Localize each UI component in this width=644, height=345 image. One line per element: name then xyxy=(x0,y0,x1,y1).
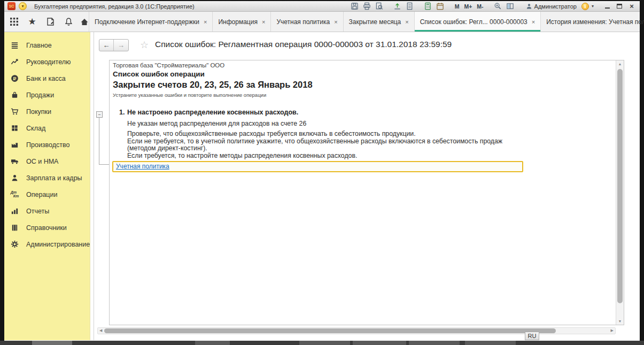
user-name: Администратор xyxy=(534,3,577,10)
sidebar-item-sales[interactable]: Продажи xyxy=(4,87,90,103)
vertical-scrollbar[interactable]: ▲ ▼ xyxy=(616,60,624,325)
window-title: Бухгалтерия предприятия, редакция 3.0 (1… xyxy=(34,3,195,10)
sidebar-item-production[interactable]: Производство xyxy=(4,136,90,153)
file-button[interactable] xyxy=(405,2,415,11)
sidebar-item-label: Отчеты xyxy=(26,208,49,215)
sidebar-item-warehouse[interactable]: Склад xyxy=(4,120,90,136)
favorites-button[interactable]: ★ xyxy=(27,17,37,27)
star-icon: ★ xyxy=(28,16,36,27)
truck-icon xyxy=(10,157,19,166)
sidebar-item-bank-cash[interactable]: P Банк и касса xyxy=(4,70,90,87)
history-nav: ← → xyxy=(99,39,129,51)
chevron-down-icon[interactable]: ▾ xyxy=(592,4,594,9)
report-heading: Список ошибок операции xyxy=(113,70,616,78)
tab-label: Закрытие месяца xyxy=(349,18,401,26)
print-preview-button[interactable] xyxy=(375,2,384,11)
sidebar-item-fixed-assets[interactable]: ОС и НМА xyxy=(4,153,90,170)
language-indicator: RU xyxy=(525,332,539,340)
tab-change-history[interactable]: История изменения: Учетная поли... × xyxy=(541,12,644,32)
collapse-group-toggle[interactable]: − xyxy=(96,111,103,118)
print-button[interactable] xyxy=(362,2,372,11)
error-title-text: Не настроено распределение косвенных рас… xyxy=(127,109,298,116)
ruble-icon: P xyxy=(10,74,19,83)
back-button[interactable]: ← xyxy=(99,40,114,51)
calendar-button[interactable] xyxy=(436,2,445,11)
tab-month-closing[interactable]: Закрытие месяца × xyxy=(344,12,415,32)
group-tree-line xyxy=(99,118,99,164)
sidebar-item-label: Главное xyxy=(26,42,52,49)
close-icon[interactable]: × xyxy=(262,19,265,25)
horizontal-scroll-thumb[interactable] xyxy=(104,328,556,333)
close-icon[interactable]: × xyxy=(334,19,337,25)
tab-error-list[interactable]: Список ошибок: Регл... 0000-000003 × xyxy=(415,12,541,32)
close-button[interactable]: × xyxy=(627,2,637,10)
close-icon: × xyxy=(630,3,634,10)
user-menu[interactable]: Администратор xyxy=(526,3,577,10)
close-icon[interactable]: × xyxy=(405,19,408,25)
close-icon[interactable]: × xyxy=(204,19,207,25)
tab-information[interactable]: Информация × xyxy=(213,12,271,32)
notifications-button[interactable] xyxy=(63,17,74,27)
gear-icon xyxy=(10,240,19,249)
favorite-star-icon[interactable]: ☆ xyxy=(140,39,149,51)
titlebar: 1С ▾ Бухгалтерия предприятия, редакция 3… xyxy=(4,1,640,12)
person-icon xyxy=(10,173,19,182)
cart-icon xyxy=(10,107,19,116)
sidebar-item-operations[interactable]: ДтКт Операции xyxy=(4,186,90,203)
sidebar-item-purchases[interactable]: Покупки xyxy=(4,103,90,120)
taskbar-item xyxy=(195,341,230,345)
memory-m-button[interactable]: M xyxy=(454,3,461,10)
tab-accounting-policy[interactable]: Учетная политика × xyxy=(271,12,343,32)
info-icon[interactable]: i xyxy=(581,3,589,10)
error-detail-line: (методом директ-костинг). xyxy=(127,145,616,152)
sidebar-item-label: Операции xyxy=(26,191,57,198)
sidebar-item-salary-hr[interactable]: Зарплата и кадры xyxy=(4,170,90,186)
scroll-right-icon[interactable]: ▶ xyxy=(611,328,614,333)
error-detail-line: Проверьте, что общехозяйственные расходы… xyxy=(127,131,616,138)
sidebar-item-label: Склад xyxy=(26,125,45,132)
error-item: 1. Не настроено распределение косвенных … xyxy=(119,109,616,160)
home-tab-button[interactable] xyxy=(80,12,89,32)
tab-internet-support[interactable]: Подключение Интернет-поддержки × xyxy=(89,12,213,32)
calculator-button[interactable] xyxy=(423,2,433,11)
user-icon xyxy=(526,3,532,10)
main-menu-button[interactable]: ▾ xyxy=(19,2,27,10)
error-detail-line: Не указан метод распределения для расход… xyxy=(127,120,616,128)
memory-mplus-button[interactable]: M+ xyxy=(463,3,473,10)
sidebar-item-administration[interactable]: Администрирование xyxy=(4,236,90,252)
section-sidebar: Главное Руководителю P Банк и касса Прод… xyxy=(4,32,90,340)
sidebar-item-reports[interactable]: Отчеты xyxy=(4,203,90,219)
sidebar-item-label: Покупки xyxy=(26,108,51,116)
bag-icon xyxy=(10,90,19,99)
app-window: 1С ▾ Бухгалтерия предприятия, редакция 3… xyxy=(4,1,640,341)
restore-button[interactable] xyxy=(615,2,624,10)
scroll-up-icon[interactable]: ▲ xyxy=(616,62,624,66)
books-icon xyxy=(10,223,19,232)
sidebar-item-manager[interactable]: Руководителю xyxy=(4,53,90,70)
zoom-button[interactable] xyxy=(493,2,503,11)
selected-cell-highlight[interactable]: Учетная политика xyxy=(112,161,523,172)
close-icon[interactable]: × xyxy=(532,19,535,25)
scroll-left-icon[interactable]: ◀ xyxy=(99,328,102,333)
sidebar-item-directories[interactable]: Справочники xyxy=(4,219,90,236)
save-button[interactable] xyxy=(350,2,360,11)
report-document: Торговая база "Стройматериалы" ООО Списо… xyxy=(110,60,616,325)
sidebar-item-main[interactable]: Главное xyxy=(4,37,90,53)
minimize-button[interactable] xyxy=(602,2,612,10)
menu-lines-icon xyxy=(10,41,19,50)
scroll-down-icon[interactable]: ▼ xyxy=(616,319,624,323)
tab-label: Список ошибок: Регл... 0000-000003 xyxy=(420,18,527,26)
minimize-icon xyxy=(605,7,610,9)
split-window-button[interactable] xyxy=(506,2,515,11)
forward-button[interactable]: → xyxy=(114,40,128,51)
upload-button[interactable] xyxy=(393,2,402,11)
history-button[interactable] xyxy=(45,17,56,27)
warehouse-icon xyxy=(10,124,19,133)
taskbar-item xyxy=(353,341,406,345)
error-detail-line: Если требуется, то настройте методы расп… xyxy=(127,152,616,160)
sidebar-item-label: Продажи xyxy=(26,91,54,99)
vertical-scroll-thumb[interactable] xyxy=(617,69,623,303)
memory-mminus-button[interactable]: M- xyxy=(476,3,484,10)
apps-grid-button[interactable] xyxy=(9,17,19,27)
accounting-policy-link[interactable]: Учетная политика xyxy=(116,163,169,170)
